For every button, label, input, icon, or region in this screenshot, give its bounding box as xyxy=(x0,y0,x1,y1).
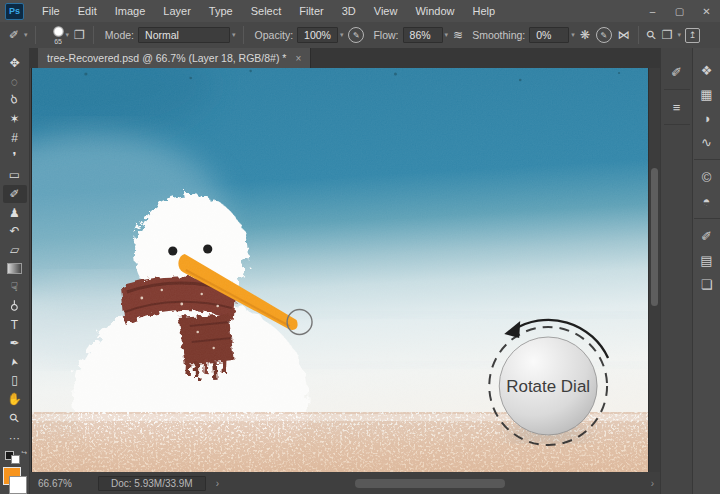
clone-stamp-tool[interactable]: ♟ xyxy=(3,203,27,222)
lasso-tool[interactable]: ϙ xyxy=(3,91,27,110)
gradients-panel-icon[interactable]: ◑ xyxy=(696,106,718,130)
move-tool[interactable]: ✥ xyxy=(3,54,27,73)
menu-edit[interactable]: Edit xyxy=(69,1,106,22)
healing-brush-tool[interactable]: ▭ xyxy=(3,166,27,185)
default-bg-square xyxy=(11,455,20,464)
marquee-icon: ◌ xyxy=(11,76,18,88)
zoom-icon: ⚲ xyxy=(7,410,22,425)
move-icon: ✥ xyxy=(9,57,19,69)
vertical-scrollbar-thumb[interactable] xyxy=(651,168,658,306)
document-tab-bar: tree-Recovered.psd @ 66.7% (Layer 18, RG… xyxy=(30,48,660,68)
photoshop-window: Ps File Edit Image Layer Type Select Fil… xyxy=(0,0,720,494)
flow-field[interactable]: 86% xyxy=(403,27,443,43)
path-selection-tool[interactable]: ➤ xyxy=(3,353,27,372)
history-brush-icon: ↶ xyxy=(9,225,19,237)
brush-tool[interactable]: ✐ xyxy=(3,185,27,204)
airbrush-icon[interactable]: ≋ xyxy=(450,28,466,42)
menu-filter[interactable]: Filter xyxy=(290,1,332,22)
opacity-field[interactable]: 100% xyxy=(297,27,338,43)
opacity-caret-icon[interactable]: ▾ xyxy=(338,31,346,39)
adjustments-panel-icon[interactable]: ◓ xyxy=(696,189,718,213)
paths-panel-icon[interactable]: ∿ xyxy=(696,130,718,154)
smudge-tool[interactable]: ☟ xyxy=(3,278,27,297)
panel-dock-outer: ❖ ▦ ◑ ∿ © ◓ ✐ ▤ ❏ xyxy=(692,48,720,494)
brushes-panel-icon[interactable]: ✐ xyxy=(696,224,718,248)
brush-picker-caret-icon[interactable]: ▾ xyxy=(64,31,72,39)
menu-bar: Ps File Edit Image Layer Type Select Fil… xyxy=(0,0,720,23)
zoom-tool[interactable]: ⚲ xyxy=(3,408,27,427)
magic-wand-tool[interactable]: ✶ xyxy=(3,110,27,129)
close-button[interactable]: ✕ xyxy=(693,1,720,22)
menu-image[interactable]: Image xyxy=(106,1,155,22)
color-panel-icon[interactable]: ❖ xyxy=(696,58,718,82)
menu-window[interactable]: Window xyxy=(406,1,463,22)
brush-settings-panel-icon[interactable]: ✐ xyxy=(666,60,688,84)
eraser-icon: ▱ xyxy=(10,244,19,256)
horizontal-scrollbar-thumb[interactable] xyxy=(355,479,505,488)
swap-colors-icon[interactable]: ↪ xyxy=(21,449,27,457)
layers-panel-icon[interactable]: ❏ xyxy=(696,272,718,296)
scrollbar-right-chevron-icon[interactable]: › xyxy=(651,478,654,489)
separator xyxy=(35,26,36,44)
history-brush-tool[interactable]: ↶ xyxy=(3,222,27,241)
tab-close-icon[interactable]: × xyxy=(295,53,301,64)
clone-source-panel-icon[interactable]: ≡ xyxy=(666,95,688,119)
mode-select[interactable]: Normal xyxy=(138,27,230,43)
share-image-icon[interactable]: ↥ xyxy=(685,28,700,43)
pen-icon: ✒ xyxy=(9,337,19,349)
marquee-tool[interactable]: ◌ xyxy=(3,73,27,92)
tool-preset-icon[interactable]: ✐ xyxy=(6,28,22,42)
menu-help[interactable]: Help xyxy=(464,1,505,22)
eyedropper-tool[interactable]: ❜ xyxy=(3,147,27,166)
pressure-opacity-icon[interactable]: ✎ xyxy=(348,27,364,43)
eraser-tool[interactable]: ▱ xyxy=(3,241,27,260)
dodge-tool[interactable]: ⚲ xyxy=(3,297,27,316)
swatches-panel-icon[interactable]: ▦ xyxy=(696,82,718,106)
background-color-swatch[interactable] xyxy=(9,476,27,494)
smoothing-field[interactable]: 0% xyxy=(529,27,569,43)
menu-view[interactable]: View xyxy=(365,1,407,22)
vertical-scrollbar[interactable] xyxy=(648,68,660,472)
mode-caret-icon[interactable]: ▾ xyxy=(230,31,238,39)
menu-select[interactable]: Select xyxy=(242,1,291,22)
healing-brush-icon: ▭ xyxy=(9,169,20,181)
pressure-size-icon[interactable]: ✎ xyxy=(596,27,612,43)
menu-type[interactable]: Type xyxy=(200,1,242,22)
document-canvas[interactable]: Rotate Dial xyxy=(31,68,648,472)
separator xyxy=(243,26,244,44)
smoothing-caret-icon[interactable]: ▾ xyxy=(569,31,577,39)
brush-preset-picker[interactable]: 65 xyxy=(53,26,64,45)
smoothing-gear-icon[interactable]: ❋ xyxy=(577,28,593,42)
maximize-button[interactable]: ▢ xyxy=(666,1,693,22)
toggle-brush-settings-icon[interactable]: ❐ xyxy=(71,28,88,42)
rectangle-tool[interactable]: ▯ xyxy=(3,371,27,390)
menu-3d[interactable]: 3D xyxy=(333,1,365,22)
minimize-button[interactable]: – xyxy=(639,1,666,22)
document-tab[interactable]: tree-Recovered.psd @ 66.7% (Layer 18, RG… xyxy=(38,48,311,68)
window-controls: – ▢ ✕ xyxy=(639,1,720,22)
zoom-level-field[interactable]: 66.67% xyxy=(38,478,80,489)
pen-tool[interactable]: ✒ xyxy=(3,334,27,353)
photoshop-logo: Ps xyxy=(5,3,24,20)
menu-layer[interactable]: Layer xyxy=(154,1,200,22)
hand-icon: ✋ xyxy=(7,393,22,405)
status-options-chevron-icon[interactable]: › xyxy=(216,478,219,489)
gradient-icon xyxy=(7,263,22,274)
flow-caret-icon[interactable]: ▾ xyxy=(443,31,451,39)
paint-symmetry-icon[interactable]: ⋈ xyxy=(615,28,633,42)
edit-toolbar-button[interactable]: ⋯ xyxy=(3,429,27,448)
type-tool[interactable]: T xyxy=(3,315,27,334)
libraries-panel-icon[interactable]: © xyxy=(696,165,718,189)
dodge-icon: ⚲ xyxy=(10,300,19,312)
menu-file[interactable]: File xyxy=(33,1,69,22)
crop-tool[interactable]: # xyxy=(3,129,27,148)
workspace-caret-icon[interactable]: ▾ xyxy=(675,31,683,39)
hand-tool[interactable]: ✋ xyxy=(3,390,27,409)
gradient-tool[interactable] xyxy=(3,259,27,278)
path-selection-icon: ➤ xyxy=(9,356,21,367)
brush-tip-icon xyxy=(53,26,64,37)
tool-preset-caret-icon[interactable]: ▾ xyxy=(22,31,30,39)
default-colors-icon[interactable]: ↪ xyxy=(5,451,20,464)
patterns-panel-icon[interactable]: ▤ xyxy=(696,248,718,272)
opacity-label: Opacity: xyxy=(249,29,298,41)
